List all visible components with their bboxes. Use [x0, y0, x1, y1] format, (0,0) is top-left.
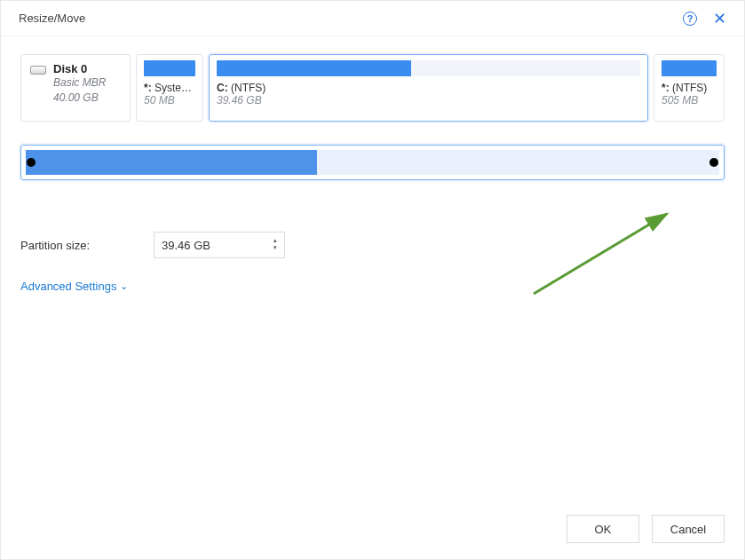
partition-usage-bar — [662, 60, 717, 76]
dialog-title: Resize/Move — [19, 12, 85, 25]
advanced-settings-toggle[interactable]: Advanced Settings ⌄ — [20, 280, 128, 293]
partition-size-row: Partition size: 39.46 GB ▴ ▾ — [20, 232, 725, 258]
partition-size-input[interactable]: 39.46 GB ▴ ▾ — [154, 232, 285, 258]
partition-drive: *: — [662, 82, 672, 94]
footer: OK Cancel — [567, 515, 725, 543]
resize-handle-right[interactable] — [709, 158, 718, 167]
partition-size: 50 MB — [144, 94, 195, 106]
size-stepper[interactable]: ▴ ▾ — [273, 238, 277, 252]
resize-handle-left[interactable] — [27, 158, 36, 167]
cancel-button[interactable]: Cancel — [652, 515, 725, 543]
disk-icon — [30, 66, 46, 75]
partition-system[interactable]: *: System... 50 MB — [136, 54, 203, 122]
step-down-icon[interactable]: ▾ — [273, 245, 277, 252]
partition-size: 505 MB — [662, 94, 717, 106]
resize-slider — [20, 145, 725, 180]
partition-size-value: 39.46 GB — [162, 239, 210, 252]
window-controls: ? ✕ — [683, 11, 726, 27]
help-icon[interactable]: ? — [683, 12, 697, 26]
resize-move-dialog: Resize/Move ? ✕ Disk 0 Basic MBR 40.00 G… — [0, 0, 745, 560]
partition-fs: (NTFS) — [672, 82, 707, 94]
partition-size-label: Partition size: — [20, 239, 154, 252]
partition-drive: *: — [144, 82, 155, 94]
partition-recovery[interactable]: *: (NTFS) 505 MB — [654, 54, 725, 122]
partition-size: 39.46 GB — [217, 94, 640, 106]
ok-button[interactable]: OK — [567, 515, 639, 543]
partition-c[interactable]: C: (NTFS) 39.46 GB — [209, 54, 648, 122]
resize-track[interactable] — [26, 150, 719, 175]
disk-type: Basic MBR — [53, 75, 106, 91]
partition-usage-bar — [217, 60, 640, 76]
partition-usage-bar — [144, 60, 195, 76]
chevron-down-icon: ⌄ — [120, 280, 128, 292]
partition-fs: (NTFS) — [231, 82, 266, 94]
content-area: Disk 0 Basic MBR 40.00 GB *: System... 5… — [1, 36, 744, 311]
disk-name: Disk 0 — [53, 62, 106, 75]
partition-fs: System... — [155, 82, 195, 94]
close-icon[interactable]: ✕ — [713, 11, 726, 27]
disk-strip: Disk 0 Basic MBR 40.00 GB *: System... 5… — [20, 54, 725, 122]
disk-size: 40.00 GB — [53, 91, 106, 106]
resize-fill — [26, 150, 317, 175]
disk-summary: Disk 0 Basic MBR 40.00 GB — [20, 54, 131, 122]
partition-drive: C: — [217, 82, 231, 94]
titlebar: Resize/Move ? ✕ — [1, 1, 744, 36]
advanced-label: Advanced Settings — [20, 280, 116, 293]
